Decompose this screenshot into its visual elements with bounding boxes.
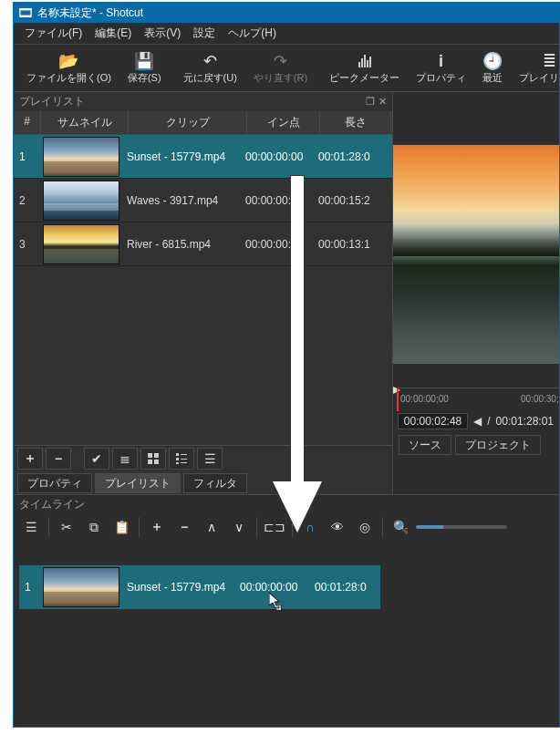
playlist-panel: プレイリスト ❐ ✕ # サムネイル クリップ イン点 長さ 1Sunset -… <box>14 92 393 494</box>
redo-button[interactable]: ↷ やり直す(R) <box>246 46 315 90</box>
menu-file[interactable]: ファイル(F) <box>19 24 88 43</box>
tab-filter[interactable]: フィルタ <box>183 473 247 493</box>
tab-project[interactable]: プロジェクト <box>455 435 541 455</box>
menu-help[interactable]: ヘルプ(H) <box>223 24 282 43</box>
row-thumb <box>43 181 119 221</box>
tab-source[interactable]: ソース <box>399 435 451 455</box>
row-num: 3 <box>14 238 41 251</box>
open-file-button[interactable]: 📂 ファイルを開く(O) <box>19 46 119 90</box>
save-button[interactable]: 💾 保存(S) <box>120 46 169 90</box>
col-len[interactable]: 長さ <box>320 111 391 134</box>
peakmeter-button[interactable]: ピークメーター <box>322 46 407 90</box>
save-icon: 💾 <box>134 52 154 70</box>
main-toolbar: 📂 ファイルを開く(O) 💾 保存(S) ↶ 元に戻す(U) ↷ やり直す(R)… <box>14 45 559 92</box>
timecode-current[interactable]: 00:00:02:48 <box>398 413 468 429</box>
copy-button[interactable]: ⧉ <box>82 516 106 538</box>
svg-rect-10 <box>148 460 152 464</box>
col-clip[interactable]: クリップ <box>129 111 247 134</box>
undo-button[interactable]: ↶ 元に戻す(U) <box>176 46 244 90</box>
save-label: 保存(S) <box>128 71 161 85</box>
row-in: 00:00:00:00 <box>240 238 313 251</box>
recent-label: 最近 <box>482 71 503 85</box>
row-len: 00:00:15:2 <box>313 194 384 207</box>
timecode-total: 00:01:28:01 <box>496 415 554 428</box>
playlist-tools: ＋ − ✔ ≣ ☰ プロパティ プレイリスト フィルタ <box>14 445 392 494</box>
svg-rect-8 <box>148 453 152 458</box>
redo-label: やり直す(R) <box>254 71 307 85</box>
tab-properties[interactable]: プロパティ <box>17 473 92 493</box>
folder-open-icon: 📂 <box>58 52 78 70</box>
split-button[interactable]: ⊏⊐ <box>263 516 286 538</box>
recent-button[interactable]: 🕘 最近 <box>475 46 510 90</box>
tab-playlist[interactable]: プレイリスト <box>95 473 181 493</box>
timeline-track-area[interactable]: 1 Sunset - 15779.mp4 00:00:00:00 00:01:2… <box>14 540 559 664</box>
undock-icon[interactable]: ❐ <box>366 96 375 108</box>
check-button[interactable]: ✔ <box>84 448 109 470</box>
timeline-clip-len: 00:01:28:0 <box>309 581 380 594</box>
redo-icon: ↷ <box>274 52 287 70</box>
timeline-clip-num: 1 <box>19 581 41 594</box>
svg-rect-13 <box>181 454 187 455</box>
app-logo-icon <box>19 6 32 19</box>
svg-rect-3 <box>358 62 360 67</box>
undo-icon: ↶ <box>203 52 217 70</box>
timeline-clip-name: Sunset - 15779.mp4 <box>121 581 234 594</box>
append-button[interactable]: ＋ <box>145 516 169 538</box>
playlist-title: プレイリスト <box>19 94 85 109</box>
playlist-grid-header: # サムネイル クリップ イン点 長さ <box>14 111 392 135</box>
menu-more-button[interactable]: ☰ <box>197 448 223 470</box>
menu-settings[interactable]: 設定 <box>188 24 221 43</box>
col-thumb[interactable]: サムネイル <box>41 111 129 134</box>
menu-edit[interactable]: 編集(E) <box>89 24 137 43</box>
playlist-row[interactable]: 2Waves - 3917.mp400:00:00:0000:00:15:2 <box>14 179 392 222</box>
properties-button[interactable]: i プロパティ <box>409 46 473 90</box>
cut-button[interactable]: ✂ <box>55 516 78 538</box>
col-num[interactable]: # <box>14 111 41 134</box>
peakmeter-label: ピークメーター <box>329 71 399 85</box>
close-icon[interactable]: ✕ <box>379 96 387 108</box>
row-in: 00:00:00:00 <box>240 194 313 207</box>
scrub-audio-button[interactable]: 👁 <box>326 516 349 538</box>
list-view-button[interactable]: ≣ <box>112 448 138 470</box>
playlist-grid-body[interactable]: 1Sunset - 15779.mp400:00:00:0000:01:28:0… <box>14 135 392 445</box>
svg-rect-17 <box>181 462 187 463</box>
menu-view[interactable]: 表示(V) <box>139 24 186 43</box>
timecode-bar: 00:00:02:48 ◀ / 00:01:28:01 <box>393 411 559 431</box>
snap-button[interactable]: ∩ <box>298 516 322 538</box>
playlist-button[interactable]: ≣ プレイリスト <box>512 46 560 90</box>
timeline-menu-button[interactable]: ☰ <box>19 516 43 538</box>
svg-rect-2 <box>20 16 31 17</box>
col-in[interactable]: イン点 <box>247 111 320 134</box>
scrub-tick-1: 00:00:30;00 <box>521 394 559 404</box>
row-len: 00:00:13:1 <box>313 238 384 251</box>
row-num: 1 <box>14 150 41 163</box>
paste-button[interactable]: 📋 <box>109 516 133 538</box>
grid-view-button[interactable] <box>140 448 166 470</box>
lift-button[interactable]: ∧ <box>200 516 223 538</box>
scrub-tick-0: 00:00:00;00 <box>400 394 449 404</box>
prev-frame-icon[interactable]: ◀ <box>473 415 482 428</box>
playlist-row[interactable]: 1Sunset - 15779.mp400:00:00:0000:01:28:0 <box>14 135 392 179</box>
row-clip: River - 6815.mp4 <box>121 238 240 251</box>
preview-scrubber[interactable]: 00:00:00;00 00:00:30;00 <box>393 388 559 411</box>
ripple-button[interactable]: ◎ <box>353 516 377 538</box>
timecode-separator: / <box>487 415 490 428</box>
timeline-clip[interactable]: 1 Sunset - 15779.mp4 00:00:00:00 00:01:2… <box>19 565 380 609</box>
row-num: 2 <box>14 194 41 207</box>
svg-rect-7 <box>369 57 371 67</box>
add-button[interactable]: ＋ <box>17 448 43 470</box>
zoom-slider[interactable] <box>416 525 507 529</box>
timeline-clip-thumb <box>43 567 119 607</box>
playlist-row[interactable]: 3River - 6815.mp400:00:00:0000:00:13:1 <box>14 222 392 266</box>
titlebar: 名称未設定* - Shotcut <box>14 3 559 23</box>
playhead-line <box>397 388 399 411</box>
delete-button[interactable]: − <box>172 516 196 538</box>
svg-rect-11 <box>154 460 159 464</box>
timeline-clip-in: 00:00:00:00 <box>234 581 309 594</box>
detail-view-button[interactable] <box>169 448 194 470</box>
remove-button[interactable]: − <box>46 448 71 470</box>
svg-rect-16 <box>176 462 179 464</box>
overwrite-button[interactable]: ∨ <box>227 516 251 538</box>
preview-viewport[interactable] <box>393 145 559 364</box>
zoom-out-button[interactable]: 🔍- <box>389 516 412 538</box>
